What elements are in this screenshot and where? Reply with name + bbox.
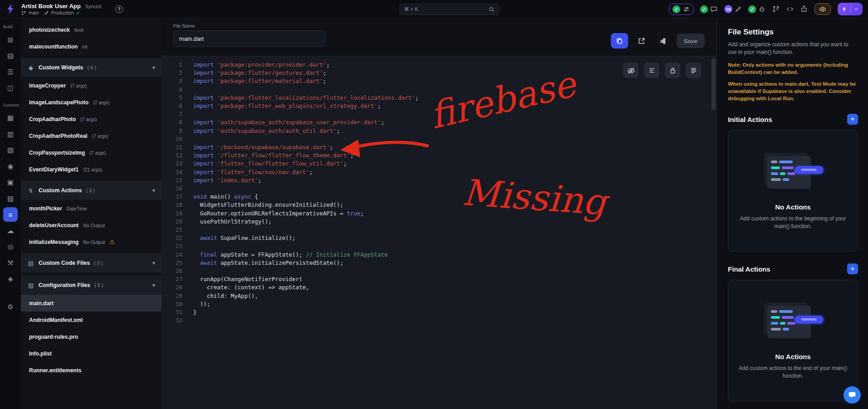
line-text: WidgetsFlutterBinding.ensureInitialized(… <box>182 201 343 209</box>
flutterflow-app: Artist Book User App Synced main Product… <box>0 0 868 409</box>
section-header-custom-code-files[interactable]: ▤Custom Code Files( 0 )▾ <box>21 253 161 273</box>
open-external-button[interactable] <box>634 33 649 49</box>
line-text: import '/backend/supabase/supabase.dart'… <box>182 143 333 151</box>
sidebar-item-cropaadharphoto[interactable]: CropAadharPhoto(7 args) <box>21 111 161 127</box>
sidebar-item-imagelandscapephoto[interactable]: ImageLandscapePhoto(7 args) <box>21 94 161 111</box>
line-number: 32 <box>161 316 182 325</box>
storyboard-status-toggle[interactable]: ✓ <box>669 4 693 15</box>
run-button[interactable] <box>838 3 863 15</box>
code-line: 10 <box>161 135 717 143</box>
line-text <box>182 242 193 250</box>
copy-file-button[interactable] <box>611 33 628 49</box>
sidebar-item-croppassportsizeimg[interactable]: CropPassportsizeImg(7 args) <box>21 144 161 161</box>
comments-status[interactable]: ✓ <box>700 5 717 13</box>
sidebar-item-main-dart[interactable]: main.dart <box>21 295 161 312</box>
line-number: 28 <box>161 283 182 292</box>
sidebar-top-items: photosizecheckboolmalecountfunctionint <box>21 21 161 55</box>
item-meta: (7 args) <box>70 83 87 88</box>
widget-tree-icon[interactable]: ☰ <box>3 65 18 79</box>
help-button[interactable]: ? <box>115 5 123 13</box>
section-header-custom-actions[interactable]: ↯Custom Actions( 3 )▾ <box>21 181 161 200</box>
item-meta: (7 args) <box>89 150 106 156</box>
line-number: 22 <box>161 234 182 242</box>
custom-code-icon[interactable]: ≡ <box>3 207 18 222</box>
custom-code-sidebar: photosizecheckboolmalecountfunctionint ◆… <box>21 19 161 409</box>
sidebar-item-imagecropper[interactable]: ImageCropper(7 args) <box>21 77 161 94</box>
code-area[interactable]: 1import 'package:provider/provider.dart'… <box>161 56 717 409</box>
assets-icon[interactable]: ▨ <box>3 191 18 206</box>
share-icon[interactable] <box>800 5 808 13</box>
line-text <box>182 110 193 118</box>
line-number: 2 <box>161 69 182 77</box>
code-line: 6import 'package:flutter_web_plugins/url… <box>161 102 717 110</box>
initial-actions-card: No Actions Add custom actions to the beg… <box>728 130 858 252</box>
edits-status[interactable]: 76 <box>724 5 741 13</box>
add-widget-icon[interactable]: ⊞ <box>3 33 18 47</box>
chevron-down-icon <box>853 6 859 12</box>
settings-icon[interactable]: ⚙ <box>3 300 18 314</box>
line-text: import 'auth/supabase_auth/auth_util.dar… <box>182 127 340 135</box>
topbar: Artist Book User App Synced main Product… <box>0 0 868 19</box>
sidebar-item-monthpicker[interactable]: monthPickerDateTime <box>21 200 161 217</box>
scrollbar-thumb[interactable] <box>712 58 716 110</box>
code-scrollbar[interactable] <box>712 57 716 408</box>
sidebar-item-initializemessaging[interactable]: initializeMessagingNo Output⚠ <box>21 234 161 250</box>
line-number: 14 <box>161 168 182 176</box>
line-text: await appState.initializePersistedState(… <box>182 259 343 267</box>
section-header-configuration-files[interactable]: ▤Configuration Files( 5 )▾ <box>21 276 161 295</box>
sidebar-item-androidmanifest-xml[interactable]: AndroidManifest.xml <box>21 312 161 328</box>
section-header-custom-widgets[interactable]: ◆Custom Widgets( 6 )▾ <box>21 58 161 77</box>
line-text: import 'package:flutter_web_plugins/url_… <box>182 102 381 110</box>
branch-name[interactable]: main <box>29 10 39 15</box>
panels-icon <box>683 6 690 13</box>
add-initial-action-button[interactable]: + <box>847 114 858 125</box>
preview-button[interactable] <box>814 3 831 15</box>
final-actions-card: No Actions Add custom actions to the end… <box>728 280 858 401</box>
sidebar-item-deleteuseraccount[interactable]: deleteUserAccountNo Output <box>21 217 161 234</box>
save-button[interactable]: Save <box>677 34 705 48</box>
sidebar-item-cropaadharphotoreal[interactable]: CropAadharPhotoReal(7 args) <box>21 127 161 144</box>
dev-code-icon[interactable] <box>786 5 794 13</box>
components-icon[interactable]: ◫ <box>3 81 18 95</box>
media-icon[interactable]: ▣ <box>3 175 18 190</box>
branch-icon[interactable] <box>772 5 780 13</box>
item-name: monthPicker <box>29 205 62 212</box>
flutterflow-logo[interactable] <box>5 3 16 15</box>
sidebar-item-info-plist[interactable]: Info.plist <box>21 345 161 362</box>
warning-icon: ⚠ <box>109 239 115 245</box>
format-code-icon[interactable] <box>644 63 659 78</box>
content-icon[interactable]: ▥ <box>3 127 18 141</box>
sidebar-item-eventdiarywidget1[interactable]: EventDiaryWidget1(21 args) <box>21 161 161 178</box>
sidebar-item-proguard-rules-pro[interactable]: proguard-rules.pro <box>21 328 161 345</box>
forms-icon[interactable]: ▧ <box>3 143 18 157</box>
add-final-action-button[interactable]: + <box>847 263 858 274</box>
code-line: 24 final appState = FFAppState(); // Ini… <box>161 251 717 259</box>
shield-icon: ◆ <box>27 64 34 71</box>
issues-status[interactable]: ✓ <box>748 5 766 13</box>
item-name: Runner.entitlements <box>29 367 81 374</box>
toolbox-icon[interactable]: ⚒ <box>3 256 18 270</box>
vscode-button[interactable] <box>655 33 671 49</box>
pen-icon <box>735 6 741 13</box>
hide-annotations-icon[interactable] <box>623 63 639 78</box>
environment-name[interactable]: Production <box>51 10 74 15</box>
initial-actions-empty-description: Add custom actions to the beginning of y… <box>738 215 848 231</box>
read-only-lock-icon[interactable] <box>665 63 680 78</box>
database-icon[interactable]: ▦ <box>3 111 18 125</box>
pages-icon[interactable]: ▤ <box>3 49 18 63</box>
teams-icon[interactable]: ◉ <box>3 159 18 174</box>
sidebar-item-photosizecheck[interactable]: photosizecheckbool <box>21 21 161 38</box>
cloud-functions-icon[interactable]: ☁ <box>3 224 18 238</box>
section-count: ( 6 ) <box>88 65 97 70</box>
line-text: create: (context) => appState, <box>182 283 309 292</box>
sidebar-item-malecountfunction[interactable]: malecountfunctionint <box>21 38 161 55</box>
run-checks-icon[interactable]: ◎ <box>3 239 18 254</box>
item-name: EventDiaryWidget1 <box>29 166 78 173</box>
command-search[interactable]: ⌘ + K <box>400 4 499 15</box>
outline-list-icon[interactable] <box>686 63 701 78</box>
chat-button[interactable] <box>844 386 861 404</box>
file-name-input[interactable] <box>173 30 326 47</box>
sidebar-item-runner-entitlements[interactable]: Runner.entitlements <box>21 362 161 379</box>
developer-menu-icon[interactable]: ◈ <box>3 272 18 286</box>
line-text <box>182 86 193 94</box>
